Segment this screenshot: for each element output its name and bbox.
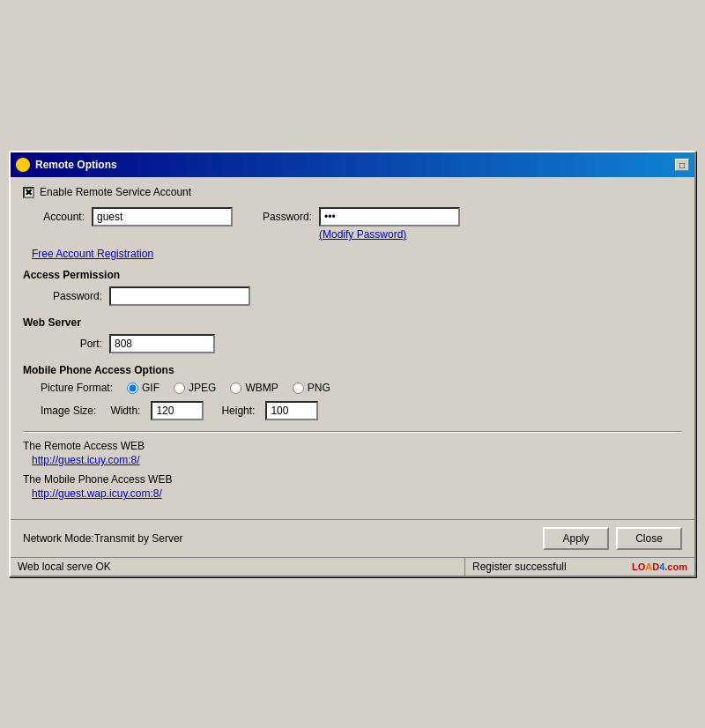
radio-png: PNG [293,382,330,394]
remote-access-section: The Remote Access WEB http://guest.icuy.… [23,440,682,466]
bottom-bar: Network Mode:Transmit by Server Apply Cl… [11,519,694,557]
picture-format-label: Picture Format: [41,382,113,394]
window-title: Remote Options [35,159,117,171]
mobile-access-url[interactable]: http://guest.wap.icuy.com:8/ [32,487,682,500]
window-icon: ⚡ [16,158,30,172]
image-size-row: Image Size: Width: Height: [41,401,682,420]
radio-png-label: PNG [308,382,330,394]
radio-wbmp: WBMP [230,382,278,394]
status-left-text: Web local serve OK [11,558,465,576]
port-row: Port: [41,334,682,353]
button-group: Apply Close [543,527,682,550]
title-buttons: □ [675,159,689,171]
title-bar-left: ⚡ Remote Options [16,158,117,172]
access-password-input[interactable] [109,286,250,306]
enable-remote-row: ✖ Enable Remote Service Account [23,186,682,198]
close-button[interactable]: Close [616,527,682,550]
account-label: Account: [23,211,85,223]
mobile-access-section: The Mobile Phone Access WEB http://guest… [23,473,682,500]
access-password-row: Password: [41,286,682,306]
radio-gif-input[interactable] [127,383,138,394]
mobile-access-label: The Mobile Phone Access WEB [23,473,682,486]
main-window: ⚡ Remote Options □ ✖ Enable Remote Servi… [9,151,696,577]
web-server-title: Web Server [23,316,682,329]
free-registration-container: Free Account Registration [32,248,682,260]
width-input[interactable] [151,401,204,420]
mobile-options-section: Mobile Phone Access Options Picture Form… [23,364,682,420]
load4-logo: LOAD4.com [632,561,687,572]
password-row: Password: [250,207,460,227]
width-label: Width: [110,405,140,417]
remote-access-label: The Remote Access WEB [23,440,682,452]
status-bar: Web local serve OK Register successfull … [11,557,694,576]
web-server-section: Web Server Port: [23,316,682,353]
picture-format-row: Picture Format: GIF JPEG WBMP [41,382,682,394]
enable-remote-checkbox[interactable]: ✖ [23,187,34,198]
network-mode-text: Network Mode:Transmit by Server [23,532,183,545]
remote-access-url[interactable]: http://guest.icuy.com:8/ [32,454,682,466]
radio-gif: GIF [127,382,160,394]
radio-wbmp-input[interactable] [230,383,241,394]
mobile-options-title: Mobile Phone Access Options [23,364,682,376]
status-right: Register successfull LOAD4.com [465,558,694,576]
height-label: Height: [221,405,255,417]
account-input[interactable] [92,207,233,227]
access-permission-title: Access Permission [23,269,682,281]
access-permission-section: Access Permission Password: [23,269,682,306]
password-label: Password: [250,211,312,223]
radio-jpeg-label: JPEG [189,382,216,394]
access-password-label: Password: [41,290,102,302]
radio-gif-label: GIF [142,382,160,394]
divider [23,431,682,433]
window-body: ✖ Enable Remote Service Account Account:… [11,177,694,516]
image-size-label: Image Size: [41,405,96,417]
status-right-text: Register successfull [472,561,567,573]
account-password-row: Account: Password: (Modify Password) [23,207,682,241]
height-input[interactable] [265,401,318,420]
port-input[interactable] [109,334,215,353]
title-bar: ⚡ Remote Options □ [11,152,694,177]
account-left: Account: [23,207,233,227]
modify-password-link[interactable]: (Modify Password) [319,228,406,241]
picture-format-radio-group: GIF JPEG WBMP PNG [127,382,330,394]
radio-wbmp-label: WBMP [245,382,278,394]
password-input[interactable] [319,207,460,227]
radio-jpeg: JPEG [174,382,216,394]
account-right: Password: (Modify Password) [250,207,460,241]
port-label: Port: [41,338,102,350]
free-registration-link[interactable]: Free Account Registration [32,248,153,260]
enable-remote-label: Enable Remote Service Account [40,186,191,198]
radio-jpeg-input[interactable] [174,383,185,394]
apply-button[interactable]: Apply [543,527,609,550]
radio-png-input[interactable] [293,383,304,394]
maximize-button[interactable]: □ [675,159,689,171]
